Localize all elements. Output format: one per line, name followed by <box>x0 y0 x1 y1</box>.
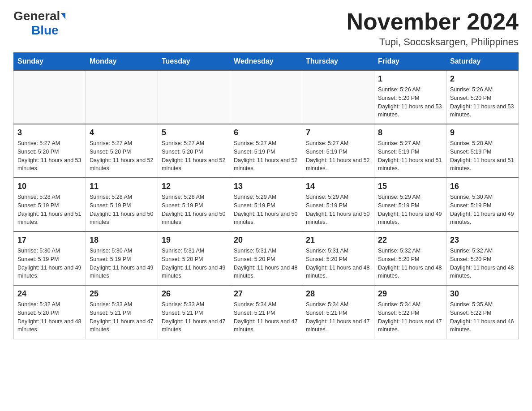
calendar-table: SundayMondayTuesdayWednesdayThursdayFrid… <box>13 52 519 339</box>
calendar-cell: 30Sunrise: 5:35 AM Sunset: 5:22 PM Dayli… <box>446 285 519 339</box>
day-info: Sunrise: 5:27 AM Sunset: 5:19 PM Dayligh… <box>234 139 298 173</box>
calendar-cell: 8Sunrise: 5:27 AM Sunset: 5:19 PM Daylig… <box>374 124 446 178</box>
day-info: Sunrise: 5:32 AM Sunset: 5:20 PM Dayligh… <box>450 247 515 280</box>
calendar-cell: 5Sunrise: 5:27 AM Sunset: 5:20 PM Daylig… <box>158 124 230 178</box>
day-info: Sunrise: 5:30 AM Sunset: 5:19 PM Dayligh… <box>17 247 82 280</box>
day-number: 12 <box>162 182 226 191</box>
calendar-cell: 27Sunrise: 5:34 AM Sunset: 5:21 PM Dayli… <box>230 285 302 339</box>
calendar-cell: 17Sunrise: 5:30 AM Sunset: 5:19 PM Dayli… <box>14 231 86 285</box>
day-info: Sunrise: 5:28 AM Sunset: 5:19 PM Dayligh… <box>450 139 515 173</box>
calendar-cell <box>86 70 158 124</box>
calendar-cell: 10Sunrise: 5:28 AM Sunset: 5:19 PM Dayli… <box>14 178 86 231</box>
day-info: Sunrise: 5:33 AM Sunset: 5:21 PM Dayligh… <box>90 300 154 334</box>
day-number: 19 <box>162 235 226 245</box>
day-number: 21 <box>306 235 370 245</box>
day-number: 17 <box>17 235 82 245</box>
day-number: 9 <box>450 128 515 137</box>
day-info: Sunrise: 5:29 AM Sunset: 5:19 PM Dayligh… <box>306 193 370 227</box>
calendar-week-row: 1Sunrise: 5:26 AM Sunset: 5:20 PM Daylig… <box>14 70 519 124</box>
calendar-header-row: SundayMondayTuesdayWednesdayThursdayFrid… <box>14 53 519 71</box>
day-info: Sunrise: 5:27 AM Sunset: 5:20 PM Dayligh… <box>162 139 226 173</box>
calendar-cell: 7Sunrise: 5:27 AM Sunset: 5:19 PM Daylig… <box>302 124 374 178</box>
day-number: 4 <box>90 128 154 137</box>
calendar-cell <box>230 70 302 124</box>
month-title: November 2024 <box>347 9 519 34</box>
day-info: Sunrise: 5:34 AM Sunset: 5:21 PM Dayligh… <box>234 300 298 334</box>
calendar-cell: 29Sunrise: 5:34 AM Sunset: 5:22 PM Dayli… <box>374 285 446 339</box>
calendar-cell: 3Sunrise: 5:27 AM Sunset: 5:20 PM Daylig… <box>14 124 86 178</box>
day-number: 25 <box>90 289 154 299</box>
day-number: 20 <box>234 235 298 245</box>
calendar-cell: 24Sunrise: 5:32 AM Sunset: 5:20 PM Dayli… <box>14 285 86 339</box>
calendar-header-friday: Friday <box>374 53 446 71</box>
day-info: Sunrise: 5:29 AM Sunset: 5:19 PM Dayligh… <box>234 193 298 227</box>
day-info: Sunrise: 5:29 AM Sunset: 5:19 PM Dayligh… <box>378 193 442 227</box>
day-info: Sunrise: 5:31 AM Sunset: 5:20 PM Dayligh… <box>234 247 298 280</box>
day-number: 6 <box>234 128 298 137</box>
calendar-cell: 18Sunrise: 5:30 AM Sunset: 5:19 PM Dayli… <box>86 231 158 285</box>
calendar-header-tuesday: Tuesday <box>158 53 230 71</box>
day-number: 8 <box>378 128 442 137</box>
calendar-cell: 25Sunrise: 5:33 AM Sunset: 5:21 PM Dayli… <box>86 285 158 339</box>
day-number: 24 <box>17 289 82 299</box>
calendar-cell: 6Sunrise: 5:27 AM Sunset: 5:19 PM Daylig… <box>230 124 302 178</box>
calendar-cell: 4Sunrise: 5:27 AM Sunset: 5:20 PM Daylig… <box>86 124 158 178</box>
calendar-cell: 23Sunrise: 5:32 AM Sunset: 5:20 PM Dayli… <box>446 231 519 285</box>
calendar-cell: 15Sunrise: 5:29 AM Sunset: 5:19 PM Dayli… <box>374 178 446 231</box>
calendar-cell <box>158 70 230 124</box>
day-info: Sunrise: 5:31 AM Sunset: 5:20 PM Dayligh… <box>162 247 226 280</box>
day-info: Sunrise: 5:34 AM Sunset: 5:21 PM Dayligh… <box>306 300 370 334</box>
calendar-week-row: 17Sunrise: 5:30 AM Sunset: 5:19 PM Dayli… <box>14 231 519 285</box>
day-number: 10 <box>17 182 82 191</box>
day-info: Sunrise: 5:27 AM Sunset: 5:19 PM Dayligh… <box>306 139 370 173</box>
day-info: Sunrise: 5:26 AM Sunset: 5:20 PM Dayligh… <box>378 86 442 119</box>
day-info: Sunrise: 5:32 AM Sunset: 5:20 PM Dayligh… <box>17 300 82 334</box>
calendar-cell: 1Sunrise: 5:26 AM Sunset: 5:20 PM Daylig… <box>374 70 446 124</box>
calendar-cell: 14Sunrise: 5:29 AM Sunset: 5:19 PM Dayli… <box>302 178 374 231</box>
day-info: Sunrise: 5:35 AM Sunset: 5:22 PM Dayligh… <box>450 300 515 334</box>
calendar-cell: 2Sunrise: 5:26 AM Sunset: 5:20 PM Daylig… <box>446 70 519 124</box>
day-number: 1 <box>378 74 442 84</box>
day-number: 7 <box>306 128 370 137</box>
day-info: Sunrise: 5:28 AM Sunset: 5:19 PM Dayligh… <box>162 193 226 227</box>
day-number: 14 <box>306 182 370 191</box>
logo-general-text: General <box>13 9 60 23</box>
page-header: General Blue November 2024 Tupi, Soccsks… <box>13 9 519 48</box>
day-number: 30 <box>450 289 515 299</box>
calendar-cell: 16Sunrise: 5:30 AM Sunset: 5:19 PM Dayli… <box>446 178 519 231</box>
day-number: 3 <box>17 128 82 137</box>
day-info: Sunrise: 5:27 AM Sunset: 5:19 PM Dayligh… <box>378 139 442 173</box>
calendar-header-thursday: Thursday <box>302 53 374 71</box>
location-text: Tupi, Soccsksargen, Philippines <box>347 36 519 48</box>
calendar-cell: 21Sunrise: 5:31 AM Sunset: 5:20 PM Dayli… <box>302 231 374 285</box>
calendar-cell: 13Sunrise: 5:29 AM Sunset: 5:19 PM Dayli… <box>230 178 302 231</box>
day-number: 11 <box>90 182 154 191</box>
day-number: 26 <box>162 289 226 299</box>
day-number: 13 <box>234 182 298 191</box>
title-area: November 2024 Tupi, Soccsksargen, Philip… <box>347 9 519 48</box>
day-info: Sunrise: 5:28 AM Sunset: 5:19 PM Dayligh… <box>17 193 82 227</box>
day-info: Sunrise: 5:28 AM Sunset: 5:19 PM Dayligh… <box>90 193 154 227</box>
logo: General Blue <box>13 9 65 38</box>
calendar-cell: 9Sunrise: 5:28 AM Sunset: 5:19 PM Daylig… <box>446 124 519 178</box>
calendar-header-sunday: Sunday <box>14 53 86 71</box>
day-number: 22 <box>378 235 442 245</box>
calendar-header-wednesday: Wednesday <box>230 53 302 71</box>
calendar-cell: 12Sunrise: 5:28 AM Sunset: 5:19 PM Dayli… <box>158 178 230 231</box>
logo-triangle-icon <box>61 13 65 19</box>
calendar-cell <box>14 70 86 124</box>
calendar-cell: 22Sunrise: 5:32 AM Sunset: 5:20 PM Dayli… <box>374 231 446 285</box>
day-info: Sunrise: 5:33 AM Sunset: 5:21 PM Dayligh… <box>162 300 226 334</box>
day-number: 29 <box>378 289 442 299</box>
day-number: 16 <box>450 182 515 191</box>
day-number: 28 <box>306 289 370 299</box>
day-number: 23 <box>450 235 515 245</box>
calendar-cell: 26Sunrise: 5:33 AM Sunset: 5:21 PM Dayli… <box>158 285 230 339</box>
calendar-cell: 19Sunrise: 5:31 AM Sunset: 5:20 PM Dayli… <box>158 231 230 285</box>
day-info: Sunrise: 5:31 AM Sunset: 5:20 PM Dayligh… <box>306 247 370 280</box>
logo-blue-text: Blue <box>31 23 59 38</box>
day-number: 27 <box>234 289 298 299</box>
day-info: Sunrise: 5:30 AM Sunset: 5:19 PM Dayligh… <box>90 247 154 280</box>
day-number: 5 <box>162 128 226 137</box>
day-info: Sunrise: 5:30 AM Sunset: 5:19 PM Dayligh… <box>450 193 515 227</box>
